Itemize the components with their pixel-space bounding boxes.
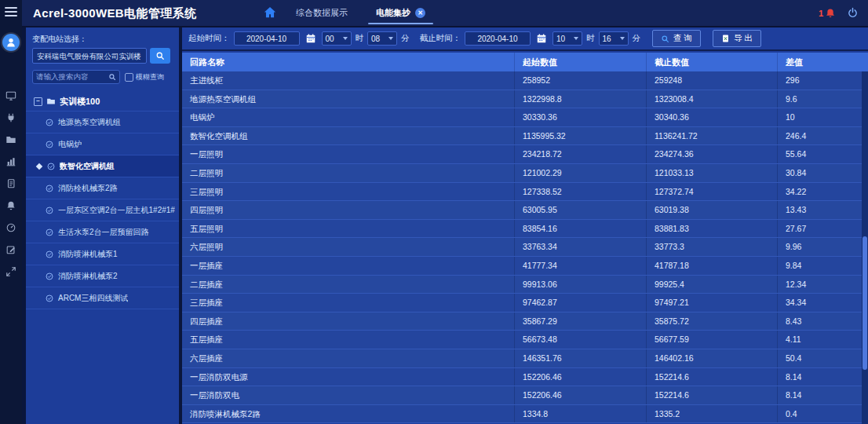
table-row[interactable]: 数智化空调机组1135995.321136241.72246.4 (182, 127, 862, 146)
table-row[interactable]: 四层照明63005.9563019.3813.43 (182, 201, 862, 220)
end-hour-select[interactable]: 10 (553, 31, 582, 46)
tab-1[interactable]: 综合数据展示 (293, 0, 351, 26)
bar-chart-icon[interactable] (0, 151, 22, 173)
alarm-bell-icon (825, 8, 836, 19)
start-hour-select[interactable]: 00 (322, 31, 352, 46)
fuzzy-search-label: 模糊查询 (136, 72, 164, 82)
tree-item-list: 地源热泵空调机组 电锅炉 数智化空调机组 消防栓机械泵2路 一层东区空调2台一层… (26, 111, 179, 309)
tree-item[interactable]: 一层东区空调2台一层主机1#2#1# (26, 199, 179, 221)
minute-unit-label: 分 (401, 33, 410, 44)
home-icon[interactable] (263, 5, 277, 20)
person-icon (5, 36, 17, 49)
main-content: 起始时间： 2020-04-10 00 时 08 分 截止时间： 2020-04… (182, 27, 868, 424)
start-minute-select[interactable]: 08 (367, 31, 397, 46)
checkbox-box (125, 73, 133, 82)
station-input[interactable]: 安科瑞电气股份有限公司实训楼 (32, 48, 147, 64)
tree-root-node[interactable]: − 实训楼100 (26, 92, 179, 111)
table-row[interactable]: 消防喷淋机械泵2路1334.81335.20.4 (182, 405, 862, 424)
start-date-input[interactable]: 2020-04-10 (234, 31, 300, 46)
station-search-button[interactable] (150, 48, 170, 64)
difference-cell: 8.43 (777, 313, 862, 331)
tree-item[interactable]: 消防栓机械泵2路 (26, 177, 179, 199)
table-row[interactable]: 地源热泵空调机组1322998.81323008.49.6 (182, 90, 862, 109)
table-row[interactable]: 六层插座146351.76146402.1650.4 (182, 349, 862, 368)
tree-item[interactable]: 消防喷淋机械泵1 (26, 243, 179, 265)
circuit-node-icon (45, 228, 54, 237)
monitor-icon[interactable] (0, 85, 22, 107)
tree-item-selected[interactable]: 数智化空调机组 (26, 155, 179, 177)
station-select-label: 变配电站选择： (32, 34, 179, 45)
table-row[interactable]: 二层插座99913.0699925.412.34 (182, 276, 862, 294)
tab-bar: 综合数据展示电能集抄✕ (293, 0, 429, 26)
tree-item-label: 电锅炉 (58, 139, 82, 150)
start-date-calendar-icon[interactable] (304, 31, 318, 46)
table-row[interactable]: 五层照明83854.1683881.8327.67 (182, 220, 862, 239)
tree-item[interactable]: 电锅炉 (26, 133, 179, 155)
document-icon[interactable] (0, 173, 22, 195)
collapse-icon[interactable]: − (34, 97, 42, 106)
tab-label: 电能集抄 (376, 7, 410, 19)
fuzzy-search-checkbox[interactable]: 模糊查询 (125, 72, 164, 82)
vertical-scrollbar[interactable] (862, 71, 868, 424)
edit-icon[interactable] (0, 239, 22, 261)
search-icon (108, 73, 116, 81)
tab-2[interactable]: 电能集抄✕ (373, 0, 429, 26)
alarm-count: 1 (819, 9, 823, 18)
start-hour-value: 00 (326, 35, 334, 43)
difference-cell: 34.34 (777, 294, 862, 312)
table-row[interactable]: 五层插座56673.4856677.594.11 (182, 331, 862, 349)
end-date-input[interactable]: 2020-04-10 (465, 31, 531, 46)
table-row[interactable]: 四层插座35867.2935875.728.43 (182, 313, 862, 331)
difference-cell: 12.34 (777, 276, 862, 294)
table-row[interactable]: 一层消防双电源152206.46152214.68.14 (182, 368, 862, 387)
table-row[interactable]: 一层照明234218.72234274.3655.64 (182, 145, 862, 164)
gauge-icon[interactable] (0, 217, 22, 239)
end-minute-select[interactable]: 16 (599, 31, 629, 46)
table-row[interactable]: 主进线柜258952259248296 (182, 71, 862, 90)
end-value-cell: 41787.18 (646, 257, 777, 275)
tree-item[interactable]: ARCM三相四线测试 (26, 287, 179, 309)
tree-search-input[interactable]: 请输入搜索内容 (32, 70, 120, 84)
tree-item-label: 地源热泵空调机组 (58, 117, 121, 128)
folder-icon[interactable] (0, 129, 22, 151)
scrollbar-thumb[interactable] (863, 236, 867, 370)
end-value-cell: 127372.74 (646, 183, 777, 201)
table-row[interactable]: 二层照明121002.29121033.1330.84 (182, 164, 862, 183)
search-icon (155, 51, 165, 60)
end-value-cell: 1323008.4 (646, 90, 777, 108)
alarm-indicator[interactable]: 1 (819, 8, 836, 19)
export-button[interactable]: 导 出 (713, 30, 761, 47)
table-row[interactable]: 一层消防双电152206.46152214.68.14 (182, 386, 862, 405)
circuit-name-cell: 四层插座 (182, 313, 514, 331)
end-date-calendar-icon[interactable] (534, 31, 549, 46)
difference-cell: 55.64 (777, 145, 862, 163)
circuit-node-icon (45, 272, 54, 281)
circuit-name-cell: 一层插座 (182, 257, 514, 275)
expand-icon[interactable] (0, 261, 22, 283)
table-row[interactable]: 三层插座97462.8797497.2134.34 (182, 294, 862, 313)
alarm-bell-icon[interactable] (0, 195, 22, 217)
start-value-cell: 1135995.32 (514, 127, 646, 145)
circuit-name-cell: 五层照明 (182, 220, 514, 238)
table-row[interactable]: 六层照明33763.3433773.39.96 (182, 238, 862, 257)
start-value-cell: 83854.16 (514, 220, 646, 238)
close-tab-icon[interactable]: ✕ (415, 8, 425, 18)
tree-item[interactable]: 消防喷淋机械泵2 (26, 265, 179, 287)
tree-item-label: 数智化空调机组 (60, 161, 115, 172)
chevron-down-icon (620, 37, 625, 40)
tree-item[interactable]: 地源热泵空调机组 (26, 111, 179, 133)
plug-icon[interactable] (0, 107, 22, 129)
tree-item[interactable]: 生活水泵2台一层预留回路 (26, 221, 179, 243)
table-row[interactable]: 三层照明127338.52127372.7434.22 (182, 183, 862, 202)
hamburger-menu-icon[interactable] (5, 7, 17, 16)
circuit-node-icon (45, 184, 54, 193)
power-button[interactable] (847, 7, 859, 19)
avatar[interactable] (2, 34, 20, 51)
table-row[interactable]: 电锅炉30330.3630340.3610 (182, 108, 862, 127)
query-button[interactable]: 查 询 (652, 30, 701, 47)
table-row[interactable]: 一层插座41777.3441787.189.84 (182, 257, 862, 276)
end-value-cell: 146402.16 (646, 349, 777, 367)
start-value-cell: 41777.34 (514, 257, 646, 275)
circuit-name-cell: 六层插座 (182, 349, 514, 367)
excel-file-icon (721, 34, 730, 43)
